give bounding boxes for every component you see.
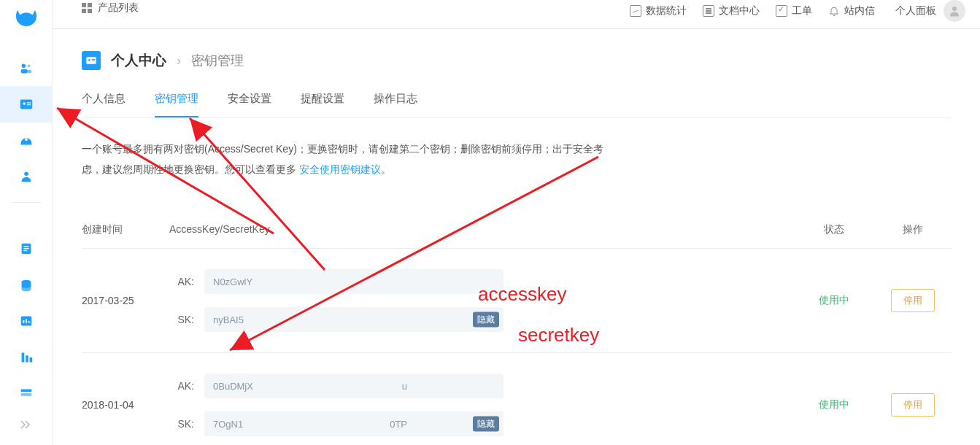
tab-security[interactable]: 安全设置	[228, 92, 271, 117]
svg-rect-7	[26, 104, 30, 105]
cell-time: 2018-01-04	[82, 399, 169, 411]
tab-key-management[interactable]: 密钥管理	[155, 92, 198, 117]
svg-rect-11	[23, 247, 28, 247]
svg-rect-2	[20, 69, 27, 74]
top-link-ticket[interactable]: 工单	[776, 4, 812, 18]
top-link-ticket-label: 工单	[792, 4, 812, 18]
sidebar-item-7[interactable]	[0, 303, 53, 339]
svg-point-8	[25, 138, 28, 141]
svg-rect-21	[92, 59, 96, 60]
table-row: 2017-03-25 AK: N0zGwlY SK: nyBAI5 隐藏	[82, 249, 951, 353]
sk-value-box[interactable]: nyBAI5 隐藏	[204, 307, 503, 332]
sk-value-prefix: 7OgN1	[213, 419, 243, 430]
ak-value: N0zGwlY	[213, 276, 252, 287]
sk-value-box[interactable]: 7OgN1 0TP 隐藏	[204, 411, 503, 436]
sidebar-item-1[interactable]	[0, 50, 53, 86]
sidebar-item-4[interactable]	[0, 158, 53, 194]
intro-part2: 。	[381, 163, 391, 175]
top-link-docs[interactable]: 文档中心	[703, 4, 760, 18]
tab-logs[interactable]: 操作日志	[374, 92, 417, 117]
disable-button[interactable]: 停用	[891, 393, 935, 417]
sk-line: SK: nyBAI5 隐藏	[169, 307, 794, 332]
cell-time: 2017-03-25	[82, 295, 169, 306]
svg-point-5	[23, 102, 26, 105]
id-card-icon	[82, 51, 101, 70]
cell-status: 使用中	[794, 398, 874, 411]
sidebar-expand-button[interactable]	[0, 411, 53, 438]
top-link-mail[interactable]: 站内信	[828, 4, 875, 18]
top-link-docs-label: 文档中心	[719, 4, 760, 18]
ak-value-box[interactable]: 0BuDMjX u	[204, 374, 503, 398]
topbar-right: 数据统计 文档中心 工单 站内信 个人面板	[630, 0, 965, 22]
table-row: 2018-01-04 AK: 0BuDMjX u SK: 7OgN1	[82, 353, 951, 445]
main-content: 个人中心 › 密钥管理 个人信息 密钥管理 安全设置 提醒设置 操作日志 一个账…	[53, 29, 980, 445]
intro-text: 一个账号最多拥有两对密钥(Access/Secret Key)；更换密钥时，请创…	[82, 139, 607, 179]
sidebar-item-9[interactable]	[0, 376, 53, 411]
sidebar-item-6[interactable]	[0, 267, 53, 303]
sk-value-suffix: 0TP	[390, 419, 407, 430]
sidebar-item-5[interactable]	[0, 231, 53, 267]
user-menu[interactable]: 个人面板	[895, 0, 965, 22]
cell-status: 使用中	[794, 294, 874, 307]
bell-icon	[828, 5, 840, 17]
ak-value-prefix: 0BuDMjX	[213, 381, 253, 392]
doc-icon	[703, 5, 714, 17]
breadcrumb-sub: 密钥管理	[191, 52, 244, 69]
breadcrumb-main[interactable]: 个人中心	[111, 51, 166, 70]
table-header: 创建时间 AccessKey/SecretKey 状态 操作	[82, 223, 951, 249]
svg-point-18	[952, 7, 957, 11]
grid-icon	[82, 3, 92, 13]
svg-rect-6	[26, 102, 30, 103]
product-list-label: 产品列表	[98, 1, 139, 15]
key-group: AK: 0BuDMjX u SK: 7OgN1 0TP 隐藏	[169, 374, 794, 436]
chevron-right-icon: ›	[177, 53, 181, 69]
sk-label: SK:	[169, 314, 194, 325]
ak-line: AK: 0BuDMjX u	[169, 374, 794, 398]
svg-rect-16	[20, 390, 31, 392]
svg-rect-17	[20, 393, 31, 396]
sk-line: SK: 7OgN1 0TP 隐藏	[169, 411, 794, 436]
th-time: 创建时间	[82, 223, 169, 236]
th-status: 状态	[794, 223, 874, 236]
svg-rect-3	[27, 70, 31, 74]
sidebar-item-8[interactable]	[0, 339, 53, 375]
hide-badge[interactable]: 隐藏	[473, 312, 499, 328]
breadcrumb: 个人中心 › 密钥管理	[82, 51, 951, 70]
stats-icon	[630, 5, 641, 17]
disable-button[interactable]: 停用	[891, 289, 935, 312]
hide-badge[interactable]: 隐藏	[473, 417, 499, 432]
sidebar-item-personal-center[interactable]	[0, 86, 53, 122]
svg-point-0	[21, 63, 25, 68]
intro-link[interactable]: 安全使用密钥建议	[299, 163, 381, 175]
sk-label: SK:	[169, 418, 194, 430]
sk-value: nyBAI5	[213, 314, 244, 325]
ak-label: AK:	[169, 380, 194, 392]
logo	[14, 7, 39, 31]
th-keys: AccessKey/SecretKey	[169, 223, 794, 236]
th-op: 操作	[874, 223, 951, 236]
dashboard-label: 个人面板	[895, 4, 936, 18]
tab-personal-info[interactable]: 个人信息	[82, 92, 126, 117]
svg-rect-22	[92, 61, 96, 61]
product-list-link[interactable]: 产品列表	[82, 1, 139, 15]
tabs: 个人信息 密钥管理 安全设置 提醒设置 操作日志	[82, 92, 951, 118]
ak-value-box[interactable]: N0zGwlY	[204, 269, 503, 294]
topbar: 产品列表 数据统计 文档中心 工单 站内信 个人面板	[53, 0, 980, 29]
ak-value-suffix: u	[402, 381, 407, 392]
svg-rect-12	[23, 248, 28, 249]
sidebar	[0, 0, 53, 445]
top-link-stats[interactable]: 数据统计	[630, 4, 687, 18]
ticket-icon	[776, 5, 787, 17]
tab-notifications[interactable]: 提醒设置	[301, 92, 344, 117]
svg-point-20	[88, 59, 90, 61]
ak-line: AK: N0zGwlY	[169, 269, 794, 294]
top-link-mail-label: 站内信	[844, 4, 875, 18]
sidebar-item-3[interactable]	[0, 123, 53, 158]
key-group: AK: N0zGwlY SK: nyBAI5 隐藏	[169, 269, 794, 332]
avatar	[944, 0, 965, 22]
sidebar-divider	[12, 202, 41, 224]
svg-rect-13	[23, 250, 27, 251]
top-link-stats-label: 数据统计	[646, 4, 687, 18]
ak-label: AK:	[169, 276, 194, 287]
svg-point-9	[24, 172, 28, 177]
